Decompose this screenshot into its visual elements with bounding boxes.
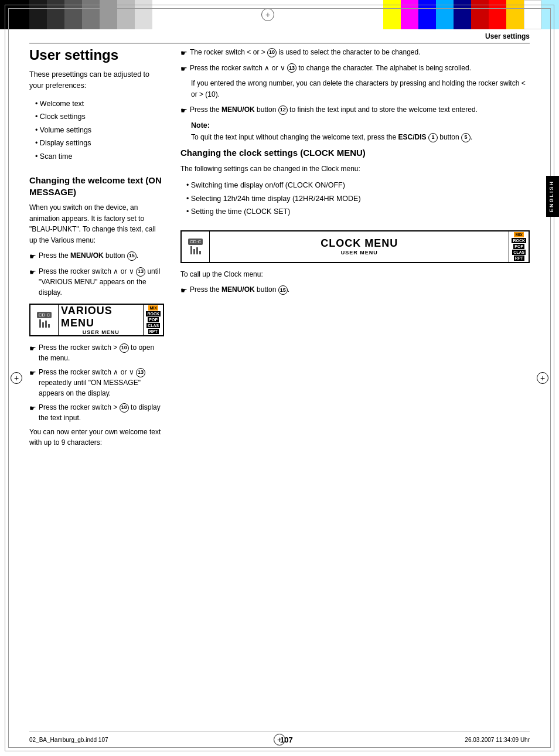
mix-label: MIX [148,305,158,311]
instruction-item: ☛ Press the MENU/OK button 15. [180,284,530,297]
display-sub-text: USER MENU [341,250,378,256]
badge-13b: 13 [136,368,145,377]
instruction-item: ☛ The rocker switch < or > 10 is used to… [180,47,530,59]
list-item: Selecting 12h/24h time display (12HR/24H… [186,192,530,206]
content-area: User settings These presettings can be a… [29,47,530,721]
instruction-item: ☛ Press the rocker switch ∧ or ∨ 13 unti… [29,266,164,298]
display-side-labels: MIX ROCK POP CLAS RPT [509,231,529,262]
instruction-text: Press the MENU/OK button 12 to finish th… [190,104,530,115]
right-column: ☛ The rocker switch < or > 10 is used to… [180,47,530,721]
page-header-title: User settings [29,32,530,43]
list-item: Switching time display on/off (CLOCK ON/… [186,179,530,192]
instruction-text: Press the MENU/OK button 15. [39,250,164,261]
header-rule [29,43,530,43]
eq-bars [190,246,201,254]
list-item: Setting the time (CLOCK SET) [186,205,530,219]
arrow-icon: ☛ [180,47,188,59]
instruction-item: ☛ Press the rocker switch > 10 to displa… [29,402,164,423]
middle-paragraph: If you entered the wrong number, you can… [191,78,530,100]
page-title: User settings [29,47,164,63]
instruction-text: Press the rocker switch ∧ or ∨ 13 to cha… [190,63,530,73]
page-number: 107 [280,735,293,744]
section2-intro: The following settings can be changed in… [180,164,530,175]
eq-bar [199,251,201,254]
instruction-text: Press the rocker switch > 10 to open the… [39,342,164,363]
clock-menu-display: CD·C CLOCK MENU USER MENU MIX ROCK POP C… [180,230,530,263]
display-main-text: VARIOUS MENU [61,305,141,329]
footer-right: 26.03.2007 11:34:09 Uhr [465,737,530,743]
instruction-text: Press the rocker switch > 10 to display … [39,402,164,423]
instruction-item: ☛ Press the rocker switch ∧ or ∨ 13 to c… [180,63,530,75]
after-instructions: You can now enter your own welcome text … [29,427,164,448]
intro-text: These presettings can be adjusted to you… [29,69,164,91]
eq-bars [39,319,50,328]
badge-15: 15 [127,251,137,261]
cd-icon: CD·C [37,312,52,318]
clas-label: CLAS [512,250,526,255]
badge-1: 1 [428,133,438,142]
rock-label: ROCK [146,311,161,316]
footer-area: 02_BA_Hamburg_gb.indd 107 107 26.03.2007… [29,731,530,744]
eq-bar [45,321,47,328]
left-column: User settings These presettings can be a… [29,47,164,721]
eq-bar [48,324,50,328]
call-up-text: To call up the Clock menu: [180,269,530,280]
list-item: Scan time [35,150,164,164]
display-sub-text: USER MENU [83,329,120,335]
note-text: To quit the text input without changing … [191,132,530,143]
arrow-icon: ☛ [180,285,188,297]
badge-15b: 15 [278,285,288,295]
eq-bar [39,319,41,328]
badge-10b: 10 [120,403,129,413]
section1-title: Changing the welcome text (ON MESSAGE) [29,175,164,197]
badge-13c: 13 [287,63,296,73]
badge-10c: 10 [267,48,277,57]
arrow-icon: ☛ [29,367,36,379]
arrow-icon: ☛ [29,251,36,263]
display-center: CLOCK MENU USER MENU [210,231,509,262]
list-item: Volume settings [35,124,164,137]
display-left-icons: CD·C [30,305,59,335]
various-menu-display: CD·C VARIOUS MENU USER MENU MIX ROCK POP… [29,304,164,336]
eq-bar [193,249,195,254]
display-side-labels: MIX ROCK POP CLAS RPT [143,305,163,335]
instruction-item: ☛ Press the rocker switch ∧ or ∨ 13 repe… [29,367,164,399]
arrow-icon: ☛ [29,403,36,414]
note-label: Note: [191,121,530,130]
display-main-text: CLOCK MENU [321,237,398,250]
instruction-text: The rocker switch < or > 10 is used to s… [190,47,530,57]
rpt-label: RPT [514,256,524,261]
list-item: Clock settings [35,110,164,124]
pop-label: POP [148,317,159,322]
eq-bar [190,246,192,254]
instruction-text: Press the rocker switch ∧ or ∨ 13 until … [39,266,164,298]
list-item: Display settings [35,137,164,150]
header-area: User settings [29,32,530,45]
section1-intro: When you switch on the device, an animat… [29,202,164,246]
instruction-item: ☛ Press the MENU/OK button 15. [29,250,164,263]
mix-label: MIX [514,232,523,237]
arrow-icon: ☛ [29,267,36,278]
toc2-list: Switching time display on/off (CLOCK ON/… [180,179,530,219]
section2-title: Changing the clock settings (CLOCK MENU) [180,147,530,159]
instruction-text: Press the MENU/OK button 15. [190,284,530,295]
arrow-icon: ☛ [29,343,36,355]
note-block: Note: To quit the text input without cha… [191,121,530,143]
badge-13: 13 [136,267,145,277]
badge-10: 10 [120,343,129,353]
pop-label: POP [513,244,524,249]
eq-bar [196,247,198,254]
instruction-item: ☛ Press the rocker switch > 10 to open t… [29,342,164,363]
list-item: Welcome text [35,97,164,111]
display-center: VARIOUS MENU USER MENU [59,305,143,335]
eq-bar [42,322,44,328]
cd-icon: CD·C [188,239,203,245]
arrow-icon: ☛ [180,105,188,117]
language-tab: ENGLISH [546,176,559,217]
arrow-icon: ☛ [180,63,188,75]
instruction-text: Press the rocker switch ∧ or ∨ 13 repeat… [39,367,164,399]
clas-label: CLAS [146,323,160,328]
display-left-icons: CD·C [182,231,210,262]
badge-5: 5 [461,133,471,142]
badge-12: 12 [278,105,288,115]
